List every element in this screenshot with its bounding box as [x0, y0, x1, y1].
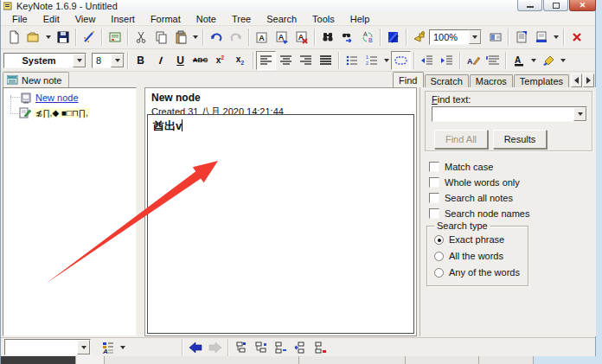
find-next-button[interactable]: [337, 28, 357, 47]
font-name-dropdown[interactable]: [73, 54, 86, 67]
menu-insert[interactable]: Insert: [103, 13, 143, 25]
tree-add-child-button[interactable]: [251, 338, 271, 357]
align-center-button[interactable]: [276, 51, 296, 70]
align-left-button[interactable]: [256, 51, 276, 70]
tree-add-sibling-button[interactable]: [231, 338, 251, 357]
menu-tree[interactable]: Tree: [224, 13, 259, 25]
highlight-dropdown[interactable]: [558, 51, 567, 70]
strip-segment: [534, 356, 602, 364]
tree-node-garbled[interactable]: ≴∏,◆ ■□⊓∏,: [3, 105, 136, 119]
properties-button[interactable]: [511, 28, 531, 47]
radio-all-the-words[interactable]: All the words: [434, 251, 503, 261]
close-button[interactable]: ✕: [569, 0, 596, 11]
open-file-button[interactable]: [23, 28, 43, 47]
match-case-option[interactable]: Match case: [429, 162, 493, 172]
tree-insert-node-button[interactable]: [271, 338, 291, 357]
tree-node-new-node[interactable]: New node: [3, 91, 136, 105]
paste-dropdown[interactable]: [190, 28, 200, 47]
strikethrough-button[interactable]: ABC: [190, 51, 210, 70]
radio-exact-phrase[interactable]: Exact phrase: [434, 234, 504, 245]
cut-button[interactable]: [131, 28, 150, 47]
bold-button[interactable]: B: [131, 51, 150, 70]
tree-panel[interactable]: New node ≴∏,◆ ■□⊓∏,: [3, 87, 137, 336]
navigate-forward-button[interactable]: [205, 338, 225, 357]
tab-macros[interactable]: Macros: [470, 74, 513, 87]
numbered-list-button[interactable]: 12: [362, 51, 381, 70]
tab-scroll-left-button[interactable]: [571, 73, 582, 87]
font-color-dropdown[interactable]: [528, 51, 538, 70]
style-apply-dropdown[interactable]: [118, 338, 127, 357]
replace-button[interactable]: AB: [357, 28, 377, 47]
menu-help[interactable]: Help: [343, 13, 378, 25]
menu-format[interactable]: Format: [143, 13, 189, 25]
red-x-button[interactable]: [567, 28, 586, 47]
redo-button[interactable]: [226, 28, 246, 47]
find-all-button[interactable]: Find All: [434, 130, 488, 149]
font-color-button[interactable]: A: [509, 51, 528, 70]
word-wrap-button[interactable]: [391, 51, 411, 70]
panel-layout-dropdown[interactable]: [551, 28, 560, 47]
find-button[interactable]: [317, 28, 337, 47]
align-justify-button[interactable]: [316, 51, 336, 70]
style-combobox[interactable]: [4, 339, 91, 355]
numbered-list-dropdown[interactable]: [381, 51, 391, 70]
new-note-button[interactable]: A: [252, 28, 272, 47]
maximize-button[interactable]: [543, 0, 568, 11]
bullet-list-button[interactable]: [342, 51, 362, 70]
delete-note-button[interactable]: A: [291, 28, 311, 47]
font-name-combobox[interactable]: System: [3, 53, 86, 68]
resource-panel-button[interactable]: [485, 28, 505, 47]
menu-edit[interactable]: Edit: [35, 13, 67, 25]
menu-note[interactable]: Note: [189, 13, 224, 25]
indent-button[interactable]: [437, 51, 457, 70]
tab-scroll-right-button[interactable]: [583, 73, 594, 87]
radio-any-of-the-words[interactable]: Any of the words: [434, 267, 520, 278]
editor-text-area[interactable]: 酋出v: [147, 114, 414, 334]
highlight-button[interactable]: [538, 51, 558, 70]
panel-layout-button[interactable]: [531, 28, 551, 47]
style-apply-button[interactable]: A: [98, 338, 118, 357]
font-size-combobox[interactable]: 8: [92, 53, 125, 68]
paragraph-dialog-button[interactable]: [483, 51, 503, 70]
style-combobox-dropdown[interactable]: [77, 340, 90, 354]
tab-templates[interactable]: Templates: [514, 74, 569, 87]
italic-button[interactable]: I: [150, 51, 170, 70]
save-file-button[interactable]: [53, 28, 73, 47]
note-tab-new-note[interactable]: New note: [3, 72, 69, 87]
search-node-names-option[interactable]: Search node names: [429, 208, 529, 219]
menu-search[interactable]: Search: [259, 13, 304, 25]
tree-move-node-button[interactable]: [291, 338, 311, 357]
tab-scratch[interactable]: Scratch: [425, 74, 469, 87]
zoom-tool-button[interactable]: [409, 28, 429, 47]
underline-button[interactable]: U: [170, 51, 190, 70]
file-manager-button[interactable]: [105, 28, 125, 47]
find-text-dropdown[interactable]: [573, 107, 586, 121]
menu-tools[interactable]: Tools: [304, 13, 343, 25]
paste-button[interactable]: [170, 28, 190, 47]
tree-delete-node-button[interactable]: [311, 338, 330, 357]
results-button[interactable]: Results: [493, 130, 547, 149]
font-size-dropdown[interactable]: [111, 54, 124, 67]
subscript-button[interactable]: x2: [230, 51, 250, 70]
zoom-combobox-dropdown[interactable]: [469, 29, 482, 45]
minimize-button[interactable]: [517, 0, 542, 11]
open-file-dropdown[interactable]: [43, 28, 53, 47]
zoom-combobox[interactable]: 100%: [429, 29, 469, 45]
superscript-button[interactable]: x2: [210, 51, 230, 70]
wand-button[interactable]: [79, 28, 99, 47]
align-right-button[interactable]: [296, 51, 316, 70]
search-all-notes-option[interactable]: Search all notes: [429, 193, 513, 203]
menu-file[interactable]: File: [4, 13, 35, 25]
outdent-button[interactable]: [417, 51, 437, 70]
font-dialog-button[interactable]: A: [463, 51, 483, 70]
navigate-back-button[interactable]: [185, 338, 205, 357]
menu-view[interactable]: View: [67, 13, 104, 25]
rename-note-button[interactable]: A: [272, 28, 291, 47]
new-file-button[interactable]: [3, 28, 23, 47]
tree-style-button[interactable]: [383, 28, 403, 47]
undo-button[interactable]: [206, 28, 226, 47]
find-text-combobox[interactable]: [432, 106, 587, 122]
copy-button[interactable]: [150, 28, 170, 47]
tab-find[interactable]: Find: [393, 72, 423, 87]
whole-words-option[interactable]: Whole words only: [429, 177, 520, 188]
